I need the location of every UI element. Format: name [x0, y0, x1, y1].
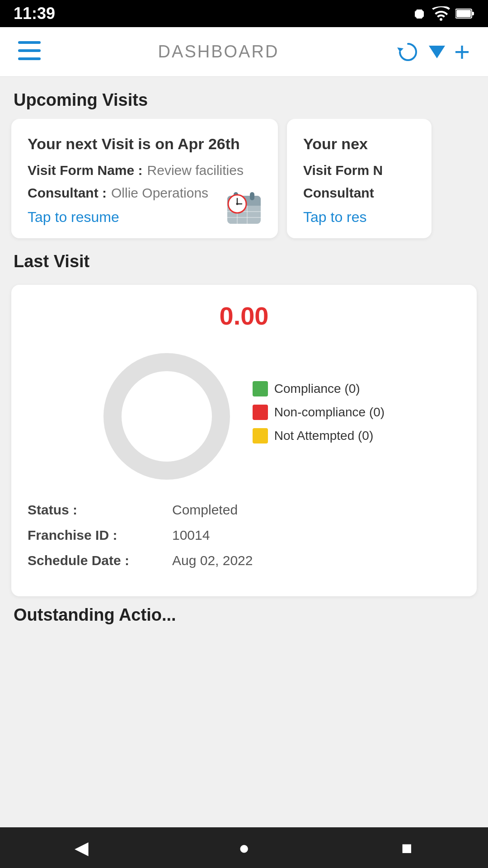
back-button[interactable]: ◀ [63, 830, 99, 866]
not-attempted-box [253, 428, 268, 443]
svg-marker-6 [397, 47, 404, 52]
svg-point-20 [236, 203, 239, 205]
visit-consultant-label-1: Consultant : [28, 185, 107, 201]
visit-form-label-2: Visit Form N [303, 163, 383, 178]
legend-noncompliance: Non-compliance (0) [253, 405, 385, 420]
app-bar: DASHBOARD + [0, 27, 488, 77]
status-fields: Status : Completed Franchise ID : 10014 … [28, 502, 460, 568]
chart-legend: Compliance (0) Non-compliance (0) Not At… [253, 381, 385, 452]
last-visit-card: 0.00 Compliance (0) Non-compliance (0) [11, 285, 477, 596]
record-icon: ⏺ [412, 5, 427, 22]
pie-chart [103, 353, 230, 480]
upcoming-visits-header: Upcoming Visits [0, 90, 488, 119]
tap-to-resume-2[interactable]: Tap to res [303, 209, 415, 226]
visit-card-2: Your nex Visit Form N Consultant Tap to … [287, 119, 432, 238]
last-visit-section: 0.00 Compliance (0) Non-compliance (0) [0, 280, 488, 596]
status-time: 11:39 [14, 4, 55, 23]
schedule-value: Aug 02, 2022 [172, 553, 253, 568]
legend-not-attempted: Not Attempted (0) [253, 428, 385, 443]
calendar-icon-1 [224, 187, 264, 227]
status-icons: ⏺ [412, 5, 474, 22]
franchise-label: Franchise ID : [28, 528, 172, 543]
visits-scroll: Your next Visit is on Apr 26th Visit For… [0, 119, 488, 252]
svg-rect-4 [18, 49, 41, 52]
visit-form-field-2: Visit Form N [303, 163, 415, 178]
visit-consultant-label-2: Consultant [303, 185, 374, 201]
status-label: Status : [28, 502, 172, 518]
recents-button[interactable]: ■ [389, 830, 425, 866]
franchise-row: Franchise ID : 10014 [28, 528, 460, 543]
noncompliance-box [253, 405, 268, 420]
visit-date-2: Your nex [303, 135, 415, 153]
visit-form-label-1: Visit Form Name : [28, 163, 143, 178]
status-bar: 11:39 ⏺ [0, 0, 488, 27]
wifi-icon [432, 6, 450, 21]
legend-compliance: Compliance (0) [253, 381, 385, 396]
svg-marker-7 [429, 46, 445, 58]
schedule-row: Schedule Date : Aug 02, 2022 [28, 553, 460, 568]
battery-icon [455, 8, 474, 19]
noncompliance-label: Non-compliance (0) [274, 405, 385, 420]
franchise-value: 10014 [172, 528, 210, 543]
last-visit-header: Last Visit [0, 252, 488, 280]
chart-area: Compliance (0) Non-compliance (0) Not At… [28, 344, 460, 489]
visit-consultant-field-2: Consultant [303, 185, 415, 201]
svg-rect-16 [250, 192, 254, 200]
svg-point-21 [113, 362, 221, 471]
schedule-label: Schedule Date : [28, 553, 172, 568]
compliance-box [253, 381, 268, 396]
home-button[interactable]: ● [226, 830, 262, 866]
bottom-nav: ◀ ● ■ [0, 827, 488, 868]
visit-form-value-1: Review facilities [147, 163, 244, 178]
add-button[interactable]: + [454, 38, 470, 66]
calendar-icon-wrap-1 [224, 187, 264, 229]
svg-rect-3 [18, 41, 41, 44]
status-value: Completed [172, 502, 238, 518]
visit-date-1: Your next Visit is on Apr 26th [28, 135, 262, 153]
refresh-icon[interactable] [396, 40, 420, 64]
main-content: Upcoming Visits Your next Visit is on Ap… [0, 77, 488, 679]
svg-rect-2 [472, 12, 474, 15]
dropdown-icon[interactable] [429, 46, 445, 58]
visit-card-1: Your next Visit is on Apr 26th Visit For… [11, 119, 278, 238]
visit-form-field-1: Visit Form Name : Review facilities [28, 163, 262, 178]
score-value: 0.00 [28, 301, 460, 330]
menu-icon[interactable] [18, 41, 41, 63]
not-attempted-label: Not Attempted (0) [274, 429, 373, 443]
compliance-label: Compliance (0) [274, 382, 360, 396]
outstanding-actions-header: Outstanding Actio... [0, 596, 488, 634]
svg-rect-1 [456, 10, 471, 17]
app-bar-actions: + [396, 38, 470, 66]
status-row: Status : Completed [28, 502, 460, 518]
visit-consultant-value-1: Ollie Operations [111, 185, 208, 201]
app-title: DASHBOARD [158, 42, 279, 61]
svg-rect-5 [18, 57, 41, 60]
